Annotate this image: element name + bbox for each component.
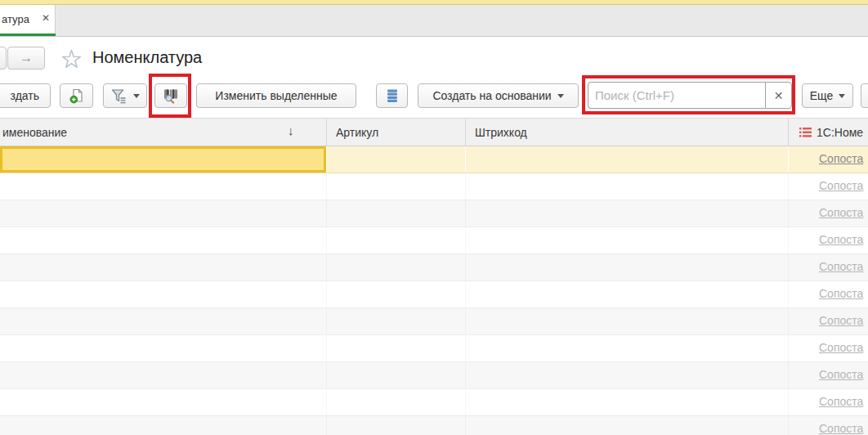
red-list-icon	[799, 127, 812, 138]
match-link[interactable]: Сопоста	[819, 341, 863, 354]
clipped-right-button[interactable]	[861, 83, 868, 108]
sort-descending-icon: ↓	[288, 123, 294, 137]
cell-barcode[interactable]	[466, 335, 789, 361]
nav-forward-button[interactable]: →	[7, 47, 45, 70]
cell-barcode[interactable]	[466, 200, 789, 226]
cell-name[interactable]	[0, 200, 327, 226]
edit-selected-button[interactable]: Изменить выделенные	[196, 83, 356, 108]
cell-1c-nomenclature[interactable]: Сопоста	[789, 335, 868, 361]
active-tab-underline	[0, 34, 56, 36]
cell-article[interactable]	[327, 173, 466, 200]
match-link[interactable]: Сопоста	[819, 368, 863, 381]
table-row[interactable]: Сопоста	[0, 173, 868, 200]
cell-1c-nomenclature[interactable]: Сопоста	[789, 308, 868, 334]
match-link[interactable]: Сопоста	[819, 422, 863, 435]
cell-barcode[interactable]	[466, 308, 789, 334]
cell-barcode[interactable]	[466, 227, 789, 253]
table-row[interactable]: Сопоста	[0, 389, 868, 416]
match-link[interactable]: Сопоста	[819, 260, 863, 273]
clear-search-button[interactable]: ✕	[765, 82, 792, 109]
table-row[interactable]: Сопоста	[0, 335, 868, 362]
tab-bar: атура ✕	[0, 5, 868, 37]
table-row[interactable]: Сопоста	[0, 254, 868, 281]
cell-article[interactable]	[327, 227, 466, 253]
cell-1c-nomenclature[interactable]: Сопоста	[789, 362, 868, 388]
barcode-scan-button[interactable]	[154, 83, 187, 108]
cell-name[interactable]	[0, 254, 327, 280]
related-list-button[interactable]	[376, 83, 408, 108]
cell-article[interactable]	[327, 254, 466, 280]
cell-barcode[interactable]	[466, 254, 789, 280]
cell-article[interactable]	[327, 281, 466, 307]
more-button[interactable]: Еще	[802, 83, 853, 108]
column-header-article[interactable]: Артикул	[327, 119, 466, 146]
tab-nomenklatura[interactable]: атура ✕	[0, 5, 56, 36]
match-link[interactable]: Сопоста	[819, 233, 863, 246]
table-row[interactable]: Сопоста	[0, 146, 868, 173]
cell-1c-nomenclature[interactable]: Сопоста	[789, 146, 868, 173]
match-link[interactable]: Сопоста	[819, 206, 863, 219]
favorite-star-icon[interactable]	[60, 48, 83, 70]
create-button[interactable]: здать	[0, 83, 51, 108]
nav-back-button[interactable]	[0, 47, 7, 70]
table-row[interactable]: Сопоста	[0, 416, 868, 435]
cell-barcode[interactable]	[466, 146, 789, 173]
cell-barcode[interactable]	[466, 173, 789, 200]
filter-button[interactable]	[103, 83, 147, 108]
cell-article[interactable]	[327, 308, 466, 334]
cell-1c-nomenclature[interactable]: Сопоста	[789, 227, 868, 253]
cell-1c-nomenclature[interactable]: Сопоста	[789, 173, 868, 200]
chevron-down-icon	[133, 94, 140, 98]
cell-article[interactable]	[327, 389, 466, 415]
match-link[interactable]: Сопоста	[819, 314, 863, 327]
cell-1c-nomenclature[interactable]: Сопоста	[789, 389, 868, 415]
column-header-barcode[interactable]: Штрихкод	[466, 119, 789, 146]
cell-1c-nomenclature[interactable]: Сопоста	[789, 200, 868, 226]
table-row[interactable]: Сопоста	[0, 308, 868, 335]
clear-icon: ✕	[774, 89, 784, 102]
cell-name[interactable]	[0, 416, 327, 435]
cell-name[interactable]	[0, 335, 327, 361]
table-row[interactable]: Сопоста	[0, 281, 868, 308]
cell-1c-nomenclature[interactable]: Сопоста	[789, 254, 868, 280]
copy-document-icon	[69, 87, 85, 104]
cell-article[interactable]	[327, 146, 466, 173]
cell-barcode[interactable]	[466, 389, 789, 415]
table-row[interactable]: Сопоста	[0, 362, 868, 389]
table-row[interactable]: Сопоста	[0, 227, 868, 254]
app-window: атура ✕ → Номенклатура здать	[0, 0, 868, 435]
match-link[interactable]: Сопоста	[819, 287, 863, 300]
column-header-1c-nomenclature[interactable]: 1С:Номе	[789, 119, 868, 146]
cell-name[interactable]	[0, 308, 327, 334]
cell-name[interactable]	[0, 173, 327, 200]
cell-1c-nomenclature[interactable]: Сопоста	[789, 416, 868, 435]
arrow-right-icon: →	[20, 50, 34, 66]
table-header: именование ↓ Артикул Штрихкод 1С:Номе	[0, 118, 868, 146]
cell-barcode[interactable]	[466, 281, 789, 307]
match-link[interactable]: Сопоста	[819, 152, 863, 165]
cell-barcode[interactable]	[466, 362, 789, 388]
cell-1c-nomenclature[interactable]: Сопоста	[789, 281, 868, 307]
cell-name[interactable]	[0, 362, 327, 388]
more-label: Еще	[810, 89, 834, 102]
cell-name[interactable]	[0, 146, 327, 173]
cell-article[interactable]	[327, 200, 466, 226]
cell-name[interactable]	[0, 389, 327, 415]
match-link[interactable]: Сопоста	[819, 179, 863, 192]
copy-item-button[interactable]	[60, 83, 93, 108]
filter-funnel-icon	[110, 88, 128, 104]
table-row[interactable]: Сопоста	[0, 200, 868, 227]
blue-list-icon	[386, 88, 399, 104]
search-input[interactable]	[588, 82, 765, 109]
close-icon[interactable]: ✕	[42, 12, 50, 24]
cell-article[interactable]	[327, 335, 466, 361]
cell-article[interactable]	[327, 362, 466, 388]
cell-article[interactable]	[327, 416, 466, 435]
match-link[interactable]: Сопоста	[819, 395, 863, 408]
create-based-on-button[interactable]: Создать на основании	[418, 83, 579, 108]
column-header-name[interactable]: именование ↓	[0, 119, 327, 146]
create-based-on-label: Создать на основании	[432, 89, 551, 102]
cell-barcode[interactable]	[466, 416, 789, 435]
cell-name[interactable]	[0, 227, 327, 253]
cell-name[interactable]	[0, 281, 327, 307]
